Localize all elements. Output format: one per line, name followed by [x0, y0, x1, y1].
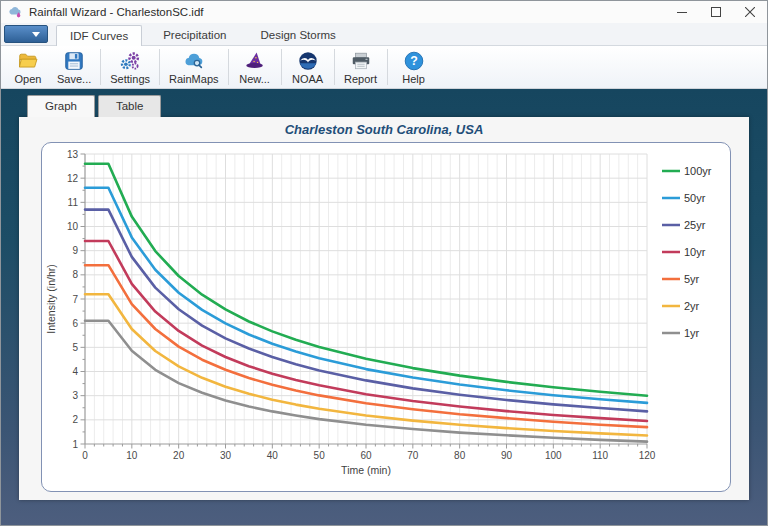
- settings-button[interactable]: Settings: [104, 47, 156, 87]
- noaa-logo-icon: [297, 50, 319, 72]
- y-axis-label: Intensity (in/hr): [45, 264, 57, 333]
- save-button[interactable]: Save...: [51, 47, 97, 87]
- svg-text:110: 110: [592, 450, 608, 461]
- rainmaps-button[interactable]: RainMaps: [163, 47, 225, 87]
- tab-table[interactable]: Table: [98, 95, 162, 117]
- new-button-label: New...: [239, 73, 270, 85]
- ribbon-tab-strip: IDF Curves Precipitation Design Storms: [1, 23, 767, 46]
- svg-text:25yr: 25yr: [684, 219, 706, 231]
- printer-icon: [350, 50, 372, 72]
- svg-text:0: 0: [82, 450, 88, 461]
- svg-text:11: 11: [68, 197, 79, 208]
- svg-text:2yr: 2yr: [684, 300, 700, 312]
- svg-text:3: 3: [72, 390, 78, 401]
- svg-text:7: 7: [72, 294, 78, 305]
- save-button-label: Save...: [57, 73, 91, 85]
- svg-text:10yr: 10yr: [684, 246, 706, 258]
- svg-text:1: 1: [72, 439, 78, 450]
- svg-text:9: 9: [72, 245, 78, 256]
- tab-graph[interactable]: Graph: [27, 95, 95, 117]
- toolbar-separator: [228, 49, 229, 85]
- svg-text:40: 40: [267, 450, 279, 461]
- svg-text:120: 120: [639, 450, 656, 461]
- svg-text:70: 70: [407, 450, 419, 461]
- report-button-label: Report: [344, 73, 377, 85]
- svg-text:10: 10: [126, 450, 138, 461]
- legend-item-5yr: 5yr: [662, 273, 700, 285]
- legend-item-1yr: 1yr: [662, 327, 700, 339]
- close-button[interactable]: [733, 1, 767, 23]
- svg-text:5: 5: [72, 342, 78, 353]
- svg-text:30: 30: [220, 450, 232, 461]
- window-controls: [665, 1, 767, 23]
- toolbar-separator: [100, 49, 101, 85]
- settings-button-label: Settings: [110, 73, 150, 85]
- titlebar: Rainfall Wizard - CharlestonSC.idf: [1, 1, 767, 23]
- content-panel: Charleston South Carolina, USA 010203040…: [19, 117, 749, 500]
- workspace: Graph Table Charleston South Carolina, U…: [1, 89, 767, 525]
- help-icon: ?: [403, 50, 425, 72]
- open-button[interactable]: Open: [5, 47, 51, 87]
- x-axis-label: Time (min): [341, 464, 391, 476]
- chart-title: Charleston South Carolina, USA: [19, 122, 749, 137]
- view-tab-strip: Graph Table: [27, 95, 164, 117]
- report-button[interactable]: Report: [338, 47, 384, 87]
- svg-text:5yr: 5yr: [684, 273, 700, 285]
- legend-item-2yr: 2yr: [662, 300, 700, 312]
- cloud-search-icon: [183, 50, 205, 72]
- chevron-down-icon: [32, 32, 40, 37]
- noaa-button-label: NOAA: [292, 73, 323, 85]
- chart-frame: 0102030405060708090100110120123456789101…: [41, 142, 731, 492]
- open-button-label: Open: [15, 73, 42, 85]
- svg-text:100: 100: [545, 450, 562, 461]
- toolbar: Open Save...: [1, 46, 767, 89]
- svg-text:12: 12: [67, 173, 79, 184]
- svg-text:90: 90: [501, 450, 513, 461]
- svg-text:60: 60: [360, 450, 372, 461]
- ribbon-tab-design-storms[interactable]: Design Storms: [247, 25, 348, 45]
- new-button[interactable]: New...: [232, 47, 278, 87]
- rainmaps-button-label: RainMaps: [169, 73, 219, 85]
- svg-text:50yr: 50yr: [684, 192, 706, 204]
- toolbar-separator: [387, 49, 388, 85]
- svg-text:8: 8: [72, 269, 78, 280]
- svg-text:4: 4: [72, 366, 78, 377]
- svg-text:?: ?: [410, 54, 418, 68]
- svg-text:10: 10: [67, 221, 79, 232]
- ribbon-tab-idf-curves[interactable]: IDF Curves: [56, 25, 142, 46]
- svg-text:13: 13: [67, 149, 79, 160]
- app-window: Rainfall Wizard - CharlestonSC.idf IDF C…: [0, 0, 768, 526]
- legend: 100yr50yr25yr10yr5yr2yr1yr: [662, 165, 712, 339]
- legend-item-50yr: 50yr: [662, 192, 706, 204]
- floppy-disk-icon: [63, 50, 85, 72]
- legend-item-100yr: 100yr: [662, 165, 712, 177]
- maximize-button[interactable]: [699, 1, 733, 23]
- legend-item-25yr: 25yr: [662, 219, 706, 231]
- folder-open-icon: [17, 50, 39, 72]
- window-title: Rainfall Wizard - CharlestonSC.idf: [29, 6, 203, 18]
- minimize-button[interactable]: [665, 1, 699, 23]
- legend-item-10yr: 10yr: [662, 246, 706, 258]
- toolbar-separator: [159, 49, 160, 85]
- rain-cloud-app-icon: [8, 5, 23, 20]
- toolbar-separator: [334, 49, 335, 85]
- svg-text:6: 6: [72, 318, 78, 329]
- svg-text:2: 2: [72, 414, 78, 425]
- help-button-label: Help: [402, 73, 425, 85]
- ribbon-tab-precipitation[interactable]: Precipitation: [150, 25, 239, 45]
- noaa-button[interactable]: NOAA: [285, 47, 331, 87]
- wizard-hat-icon: [244, 50, 266, 72]
- toolbar-separator: [281, 49, 282, 85]
- svg-text:80: 80: [454, 450, 466, 461]
- gears-icon: [119, 50, 141, 72]
- svg-text:1yr: 1yr: [684, 327, 700, 339]
- svg-text:100yr: 100yr: [684, 165, 712, 177]
- help-button[interactable]: ? Help: [391, 47, 437, 87]
- svg-text:20: 20: [173, 450, 185, 461]
- app-menu-button[interactable]: [4, 25, 48, 43]
- idf-chart: 0102030405060708090100110120123456789101…: [42, 143, 730, 491]
- svg-text:50: 50: [314, 450, 326, 461]
